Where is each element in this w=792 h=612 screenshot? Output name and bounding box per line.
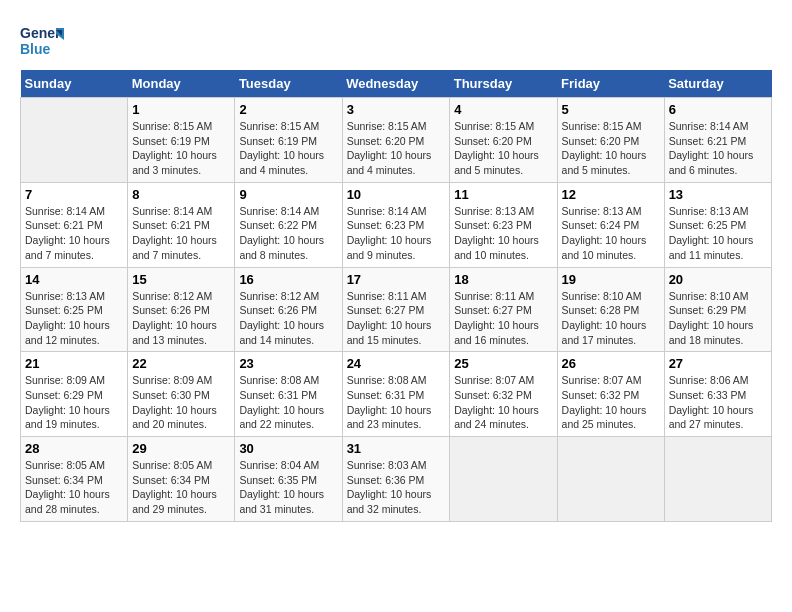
day-number: 3 — [347, 102, 446, 117]
day-info: Sunrise: 8:15 AMSunset: 6:20 PMDaylight:… — [454, 119, 552, 178]
calendar-cell: 20Sunrise: 8:10 AMSunset: 6:29 PMDayligh… — [664, 267, 771, 352]
calendar-cell: 17Sunrise: 8:11 AMSunset: 6:27 PMDayligh… — [342, 267, 450, 352]
svg-text:Blue: Blue — [20, 41, 51, 57]
calendar-cell — [664, 437, 771, 522]
day-number: 19 — [562, 272, 660, 287]
calendar-cell: 11Sunrise: 8:13 AMSunset: 6:23 PMDayligh… — [450, 182, 557, 267]
calendar-header-row: SundayMondayTuesdayWednesdayThursdayFrid… — [21, 70, 772, 98]
col-header-tuesday: Tuesday — [235, 70, 342, 98]
day-number: 23 — [239, 356, 337, 371]
day-info: Sunrise: 8:07 AMSunset: 6:32 PMDaylight:… — [454, 373, 552, 432]
day-info: Sunrise: 8:06 AMSunset: 6:33 PMDaylight:… — [669, 373, 767, 432]
day-info: Sunrise: 8:15 AMSunset: 6:20 PMDaylight:… — [347, 119, 446, 178]
day-info: Sunrise: 8:13 AMSunset: 6:23 PMDaylight:… — [454, 204, 552, 263]
week-row-1: 1Sunrise: 8:15 AMSunset: 6:19 PMDaylight… — [21, 98, 772, 183]
calendar-cell: 12Sunrise: 8:13 AMSunset: 6:24 PMDayligh… — [557, 182, 664, 267]
day-info: Sunrise: 8:14 AMSunset: 6:21 PMDaylight:… — [25, 204, 123, 263]
calendar-cell: 14Sunrise: 8:13 AMSunset: 6:25 PMDayligh… — [21, 267, 128, 352]
col-header-friday: Friday — [557, 70, 664, 98]
calendar-cell: 31Sunrise: 8:03 AMSunset: 6:36 PMDayligh… — [342, 437, 450, 522]
week-row-4: 21Sunrise: 8:09 AMSunset: 6:29 PMDayligh… — [21, 352, 772, 437]
calendar-cell: 13Sunrise: 8:13 AMSunset: 6:25 PMDayligh… — [664, 182, 771, 267]
day-number: 30 — [239, 441, 337, 456]
calendar-cell — [557, 437, 664, 522]
day-info: Sunrise: 8:14 AMSunset: 6:23 PMDaylight:… — [347, 204, 446, 263]
day-number: 20 — [669, 272, 767, 287]
day-info: Sunrise: 8:09 AMSunset: 6:30 PMDaylight:… — [132, 373, 230, 432]
day-number: 1 — [132, 102, 230, 117]
day-number: 10 — [347, 187, 446, 202]
day-info: Sunrise: 8:11 AMSunset: 6:27 PMDaylight:… — [347, 289, 446, 348]
day-info: Sunrise: 8:15 AMSunset: 6:20 PMDaylight:… — [562, 119, 660, 178]
calendar-cell: 1Sunrise: 8:15 AMSunset: 6:19 PMDaylight… — [128, 98, 235, 183]
calendar-cell: 30Sunrise: 8:04 AMSunset: 6:35 PMDayligh… — [235, 437, 342, 522]
calendar-cell: 26Sunrise: 8:07 AMSunset: 6:32 PMDayligh… — [557, 352, 664, 437]
calendar-cell: 16Sunrise: 8:12 AMSunset: 6:26 PMDayligh… — [235, 267, 342, 352]
day-info: Sunrise: 8:04 AMSunset: 6:35 PMDaylight:… — [239, 458, 337, 517]
day-number: 25 — [454, 356, 552, 371]
day-info: Sunrise: 8:13 AMSunset: 6:25 PMDaylight:… — [25, 289, 123, 348]
calendar-cell: 29Sunrise: 8:05 AMSunset: 6:34 PMDayligh… — [128, 437, 235, 522]
calendar-cell: 10Sunrise: 8:14 AMSunset: 6:23 PMDayligh… — [342, 182, 450, 267]
day-number: 31 — [347, 441, 446, 456]
day-number: 22 — [132, 356, 230, 371]
day-info: Sunrise: 8:10 AMSunset: 6:28 PMDaylight:… — [562, 289, 660, 348]
day-number: 7 — [25, 187, 123, 202]
day-number: 9 — [239, 187, 337, 202]
day-info: Sunrise: 8:14 AMSunset: 6:22 PMDaylight:… — [239, 204, 337, 263]
calendar-cell: 23Sunrise: 8:08 AMSunset: 6:31 PMDayligh… — [235, 352, 342, 437]
day-info: Sunrise: 8:12 AMSunset: 6:26 PMDaylight:… — [239, 289, 337, 348]
logo: General Blue — [20, 20, 64, 60]
calendar-cell: 8Sunrise: 8:14 AMSunset: 6:21 PMDaylight… — [128, 182, 235, 267]
calendar-cell: 7Sunrise: 8:14 AMSunset: 6:21 PMDaylight… — [21, 182, 128, 267]
day-number: 13 — [669, 187, 767, 202]
calendar-cell: 22Sunrise: 8:09 AMSunset: 6:30 PMDayligh… — [128, 352, 235, 437]
week-row-5: 28Sunrise: 8:05 AMSunset: 6:34 PMDayligh… — [21, 437, 772, 522]
calendar-cell: 6Sunrise: 8:14 AMSunset: 6:21 PMDaylight… — [664, 98, 771, 183]
day-number: 28 — [25, 441, 123, 456]
day-info: Sunrise: 8:07 AMSunset: 6:32 PMDaylight:… — [562, 373, 660, 432]
calendar-cell: 28Sunrise: 8:05 AMSunset: 6:34 PMDayligh… — [21, 437, 128, 522]
calendar-cell: 15Sunrise: 8:12 AMSunset: 6:26 PMDayligh… — [128, 267, 235, 352]
day-number: 24 — [347, 356, 446, 371]
day-info: Sunrise: 8:12 AMSunset: 6:26 PMDaylight:… — [132, 289, 230, 348]
day-info: Sunrise: 8:05 AMSunset: 6:34 PMDaylight:… — [25, 458, 123, 517]
logo-icon: General Blue — [20, 20, 64, 60]
calendar-cell: 27Sunrise: 8:06 AMSunset: 6:33 PMDayligh… — [664, 352, 771, 437]
day-info: Sunrise: 8:13 AMSunset: 6:25 PMDaylight:… — [669, 204, 767, 263]
day-info: Sunrise: 8:05 AMSunset: 6:34 PMDaylight:… — [132, 458, 230, 517]
week-row-3: 14Sunrise: 8:13 AMSunset: 6:25 PMDayligh… — [21, 267, 772, 352]
calendar-cell: 25Sunrise: 8:07 AMSunset: 6:32 PMDayligh… — [450, 352, 557, 437]
day-number: 18 — [454, 272, 552, 287]
day-info: Sunrise: 8:08 AMSunset: 6:31 PMDaylight:… — [239, 373, 337, 432]
calendar-cell: 3Sunrise: 8:15 AMSunset: 6:20 PMDaylight… — [342, 98, 450, 183]
calendar-cell: 24Sunrise: 8:08 AMSunset: 6:31 PMDayligh… — [342, 352, 450, 437]
col-header-sunday: Sunday — [21, 70, 128, 98]
day-info: Sunrise: 8:09 AMSunset: 6:29 PMDaylight:… — [25, 373, 123, 432]
col-header-saturday: Saturday — [664, 70, 771, 98]
day-info: Sunrise: 8:08 AMSunset: 6:31 PMDaylight:… — [347, 373, 446, 432]
day-number: 8 — [132, 187, 230, 202]
calendar-cell: 9Sunrise: 8:14 AMSunset: 6:22 PMDaylight… — [235, 182, 342, 267]
day-number: 12 — [562, 187, 660, 202]
day-number: 17 — [347, 272, 446, 287]
col-header-monday: Monday — [128, 70, 235, 98]
day-number: 4 — [454, 102, 552, 117]
day-number: 29 — [132, 441, 230, 456]
day-info: Sunrise: 8:14 AMSunset: 6:21 PMDaylight:… — [132, 204, 230, 263]
day-number: 21 — [25, 356, 123, 371]
header: General Blue — [20, 20, 772, 60]
calendar-cell: 4Sunrise: 8:15 AMSunset: 6:20 PMDaylight… — [450, 98, 557, 183]
day-number: 26 — [562, 356, 660, 371]
calendar-cell — [21, 98, 128, 183]
calendar-cell — [450, 437, 557, 522]
day-number: 14 — [25, 272, 123, 287]
calendar-table: SundayMondayTuesdayWednesdayThursdayFrid… — [20, 70, 772, 522]
calendar-cell: 18Sunrise: 8:11 AMSunset: 6:27 PMDayligh… — [450, 267, 557, 352]
day-number: 27 — [669, 356, 767, 371]
day-number: 15 — [132, 272, 230, 287]
calendar-cell: 21Sunrise: 8:09 AMSunset: 6:29 PMDayligh… — [21, 352, 128, 437]
calendar-cell: 5Sunrise: 8:15 AMSunset: 6:20 PMDaylight… — [557, 98, 664, 183]
day-info: Sunrise: 8:11 AMSunset: 6:27 PMDaylight:… — [454, 289, 552, 348]
day-number: 2 — [239, 102, 337, 117]
